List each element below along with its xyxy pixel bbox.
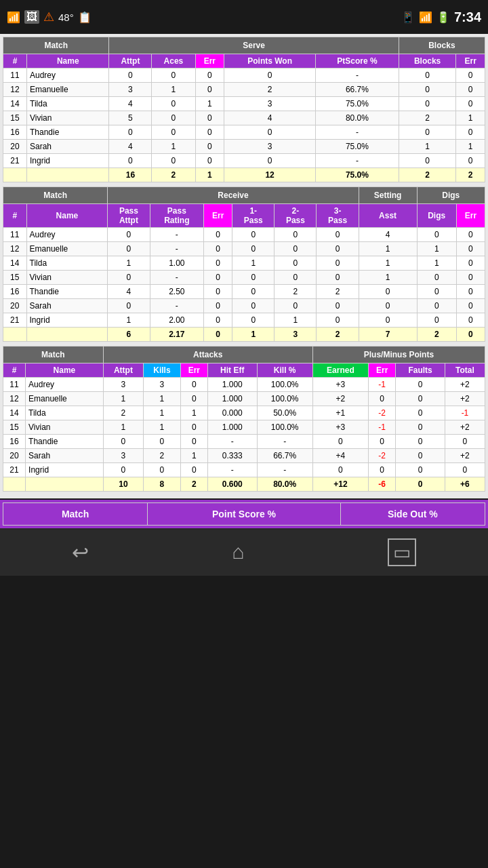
serve-cell-err: 0 xyxy=(195,83,224,97)
serve-cell-berr: 1 xyxy=(456,140,485,154)
attacks-col-kills: Kills xyxy=(144,363,181,378)
attacks-cell-name: Tilda xyxy=(26,406,104,420)
attacks-cell-earned: +1 xyxy=(312,406,368,420)
warning-icon: ⚠ xyxy=(43,9,54,24)
serve-cell-ptswon: 0 xyxy=(224,68,316,83)
image-icon: 🖼 xyxy=(24,10,39,24)
receive-cell-3pass: 0 xyxy=(317,271,359,285)
attacks-cell-killpct: 100.0% xyxy=(257,420,312,435)
receive-cell-digs: 0 xyxy=(417,299,456,313)
attacks-cell-name: Thandie xyxy=(26,435,104,449)
serve-cell-name: Ingrid xyxy=(27,154,109,168)
receive-cell-num: 14 xyxy=(3,256,27,271)
attacks-col-attpt: Attpt xyxy=(103,363,143,378)
receive-totals-pass-attpt: 6 xyxy=(108,328,150,342)
attacks-totals-faults: 0 xyxy=(396,477,445,492)
serve-totals-aces: 2 xyxy=(152,168,195,182)
receive-cell-pass-rating: 1.00 xyxy=(150,256,204,271)
serve-cell-num: 12 xyxy=(3,83,27,97)
receive-cell-derr: 0 xyxy=(456,228,485,242)
receive-cell-2pass: 1 xyxy=(274,313,317,328)
attacks-cell-kills: 1 xyxy=(144,420,181,435)
attacks-cell-hiteff: - xyxy=(207,463,257,477)
receive-totals-pass-rating: 2.17 xyxy=(150,328,204,342)
serve-cell-ptswon: 3 xyxy=(224,97,316,111)
attacks-cell-faults: 0 xyxy=(396,435,445,449)
receive-cell-num: 16 xyxy=(3,285,27,299)
receive-cell-name: Ingrid xyxy=(26,313,108,328)
receive-cell-pass-rating: - xyxy=(150,271,204,285)
bottom-match-label: Match xyxy=(3,503,148,526)
receive-cell-2pass: 0 xyxy=(274,228,317,242)
clipboard-icon: 📋 xyxy=(78,11,92,24)
attacks-cell-faults: 0 xyxy=(396,392,445,406)
serve-cell-blocks: 2 xyxy=(399,111,456,125)
serve-cell-num: 21 xyxy=(3,154,27,168)
back-button[interactable]: ↩ xyxy=(72,540,89,564)
receive-row: 21 Ingrid 1 2.00 0 0 1 0 0 0 0 xyxy=(3,313,485,328)
serve-totals-berr: 2 xyxy=(456,168,485,182)
temp-display: 48° xyxy=(58,12,74,23)
attacks-cell-killpct: 100.0% xyxy=(257,378,312,392)
serve-cell-ptswon: 3 xyxy=(224,140,316,154)
receive-row: 12 Emanuelle 0 - 0 0 0 0 1 1 0 xyxy=(3,242,485,256)
attacks-cell-total: 0 xyxy=(445,463,485,477)
receive-totals-3pass: 2 xyxy=(317,328,359,342)
serve-row: 16 Thandie 0 0 0 0 - 0 0 xyxy=(3,125,485,140)
receive-cell-err: 0 xyxy=(204,271,232,285)
attacks-cell-name: Emanuelle xyxy=(26,392,104,406)
recent-button[interactable]: ▭ xyxy=(388,538,416,566)
receive-cell-derr: 0 xyxy=(456,271,485,285)
receive-cell-pass-rating: - xyxy=(150,299,204,313)
receive-cell-3pass: 0 xyxy=(317,228,359,242)
attacks-cell-num: 21 xyxy=(3,463,26,477)
serve-cell-ptscore: - xyxy=(316,125,399,140)
attacks-cell-kills: 2 xyxy=(144,449,181,463)
receive-cell-err: 0 xyxy=(204,285,232,299)
attacks-cell-err: 1 xyxy=(180,406,207,420)
receive-totals-err: 0 xyxy=(204,328,232,342)
bottom-pointscore-label: Point Score % xyxy=(148,503,340,526)
serve-cell-berr: 0 xyxy=(456,68,485,83)
attacks-row: 20 Sarah 3 2 1 0.333 66.7% +4 -2 0 +2 xyxy=(3,449,485,463)
attacks-cell-earned: +3 xyxy=(312,378,368,392)
attacks-cell-attpt: 0 xyxy=(103,463,143,477)
attacks-cell-attpt: 1 xyxy=(103,392,143,406)
serve-cell-ptscore: 80.0% xyxy=(316,111,399,125)
receive-cell-2pass: 0 xyxy=(274,271,317,285)
attacks-cell-kills: 1 xyxy=(144,392,181,406)
serve-row: 21 Ingrid 0 0 0 0 - 0 0 xyxy=(3,154,485,168)
attacks-cell-earned: 0 xyxy=(312,435,368,449)
serve-row: 11 Audrey 0 0 0 0 - 0 0 xyxy=(3,68,485,83)
receive-cell-derr: 0 xyxy=(456,285,485,299)
attacks-cell-name: Vivian xyxy=(26,420,104,435)
receive-cell-3pass: 0 xyxy=(317,256,359,271)
serve-totals-blank1 xyxy=(3,168,27,182)
serve-cell-attpt: 0 xyxy=(109,125,152,140)
serve-cell-ptscore: 75.0% xyxy=(316,97,399,111)
receive-cell-pass-attpt: 0 xyxy=(108,299,150,313)
serve-cell-name: Vivian xyxy=(27,111,109,125)
home-button[interactable]: ⌂ xyxy=(232,540,244,564)
attacks-cell-total: +2 xyxy=(445,392,485,406)
receive-row: 20 Sarah 0 - 0 0 0 0 0 0 0 xyxy=(3,299,485,313)
receive-match-label: Match xyxy=(3,187,108,204)
attacks-cell-attpt: 1 xyxy=(103,420,143,435)
serve-cell-ptscore: 75.0% xyxy=(316,140,399,154)
receive-cell-asst: 4 xyxy=(359,228,417,242)
serve-cell-attpt: 5 xyxy=(109,111,152,125)
attacks-cell-faults: 0 xyxy=(396,378,445,392)
attacks-cell-err: 0 xyxy=(180,392,207,406)
attacks-tbody: 11 Audrey 3 3 0 1.000 100.0% +3 -1 0 +2 … xyxy=(3,378,485,492)
receive-cell-digs: 1 xyxy=(417,242,456,256)
receive-cell-derr: 0 xyxy=(456,242,485,256)
receive-cell-num: 21 xyxy=(3,313,27,328)
receive-totals-1pass: 1 xyxy=(232,328,274,342)
serve-cell-berr: 0 xyxy=(456,125,485,140)
receive-cell-asst: 0 xyxy=(359,285,417,299)
receive-col-1pass: 1-Pass xyxy=(232,204,274,228)
serve-col-pts-won: Points Won xyxy=(224,54,316,68)
receive-section-header: Match Receive Setting Digs xyxy=(3,187,485,204)
serve-row: 12 Emanuelle 3 1 0 2 66.7% 0 0 xyxy=(3,83,485,97)
serve-cell-err: 0 xyxy=(195,154,224,168)
